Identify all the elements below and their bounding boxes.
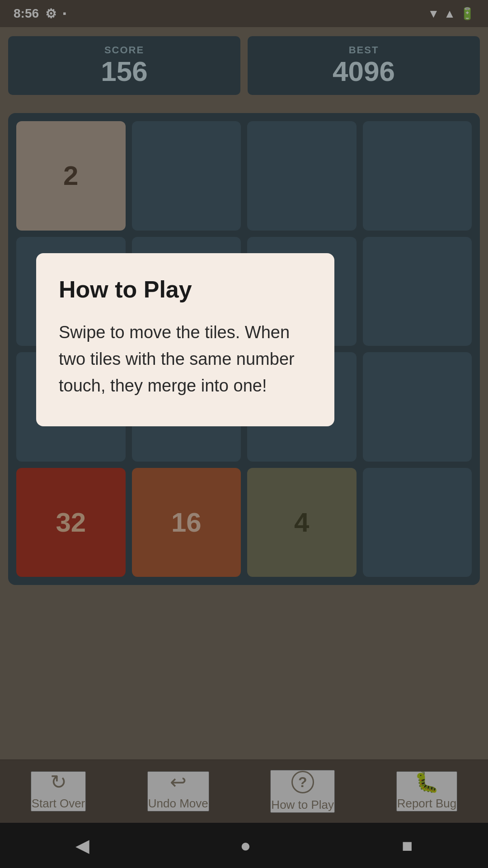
modal-text: Swipe to move the tiles. When two tiles … bbox=[59, 319, 312, 399]
modal-title: How to Play bbox=[59, 276, 312, 303]
modal-overlay[interactable] bbox=[0, 0, 488, 868]
how-to-play-modal: How to Play Swipe to move the tiles. Whe… bbox=[36, 253, 334, 426]
